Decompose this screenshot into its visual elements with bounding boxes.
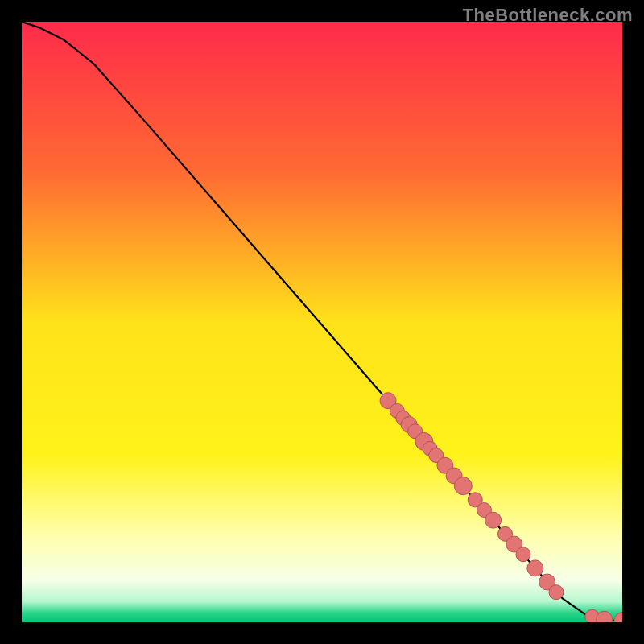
sample-point	[527, 560, 543, 576]
chart-frame: TheBottleneck.com	[0, 0, 644, 644]
plot-area	[22, 22, 622, 622]
sample-point	[516, 547, 530, 562]
sample-point	[454, 477, 472, 495]
sample-point	[485, 512, 502, 528]
sample-point	[549, 585, 564, 600]
chart-svg	[22, 22, 622, 622]
gradient-background	[22, 22, 622, 622]
